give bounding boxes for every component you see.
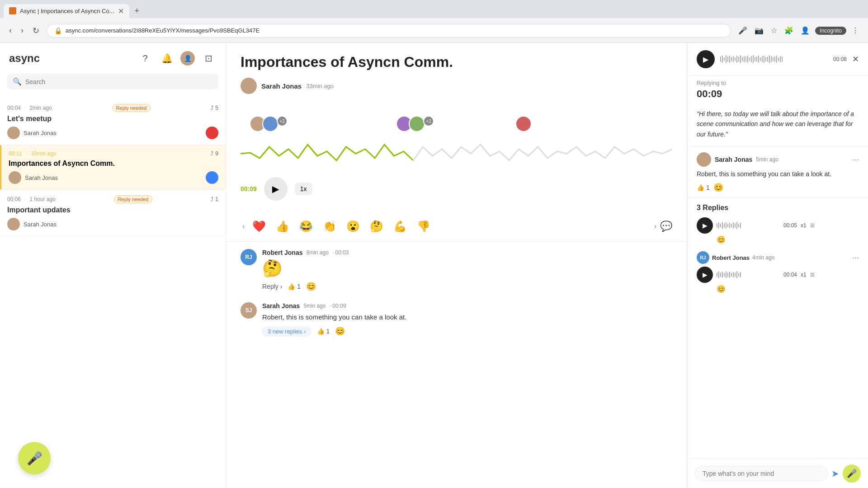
- reply-menu-button-2[interactable]: ≡: [810, 270, 815, 280]
- reply-speed: x1: [801, 222, 807, 229]
- sarah-comment-text: Robert, this is something you can take a…: [697, 169, 859, 179]
- conv-author-avatar: [7, 127, 20, 139]
- notifications-icon[interactable]: 🔔: [159, 50, 175, 66]
- speed-control[interactable]: 1x: [295, 183, 312, 195]
- comment-icon[interactable]: 💬: [660, 221, 672, 232]
- reply-duration-2: 00:04: [783, 272, 797, 278]
- svg-rect-24: [764, 56, 764, 63]
- conversation-item[interactable]: 00:06 · 1 hour ago Reply needed ⤴ 1 Impo…: [0, 190, 226, 236]
- message-actions: 3 new replies › 👍 1 😊: [262, 326, 672, 337]
- react-button[interactable]: 😊: [306, 282, 316, 291]
- conv-author-avatar: [7, 218, 20, 230]
- emoji-scroll: ❤️ 👍 😂 👏 😮 🤔 💪 👎: [248, 217, 650, 236]
- svg-rect-8: [735, 57, 736, 61]
- reply-menu-button[interactable]: ≡: [810, 221, 815, 230]
- reply-play-button-2[interactable]: ▶: [697, 267, 713, 283]
- new-replies-button[interactable]: 3 new replies ›: [262, 326, 311, 337]
- back-button[interactable]: ‹: [7, 24, 14, 37]
- reply-button[interactable]: Reply ›: [262, 283, 282, 290]
- emoji-clap[interactable]: 👏: [319, 217, 340, 236]
- search-icon: 🔍: [13, 77, 22, 86]
- emoji-scroll-left[interactable]: ‹: [241, 221, 246, 232]
- svg-rect-19: [755, 57, 755, 61]
- more-options-button[interactable]: ···: [852, 155, 859, 164]
- reply-more-button[interactable]: ···: [852, 253, 859, 263]
- reply-react-button[interactable]: 😊: [717, 235, 726, 244]
- thumbsup-icon: 👍: [288, 283, 295, 290]
- conv-replies: ⤴ 1: [211, 196, 218, 202]
- help-icon[interactable]: ?: [137, 50, 153, 66]
- reply-play-button[interactable]: ▶: [697, 217, 713, 234]
- svg-rect-5: [729, 56, 730, 63]
- conv-time: 1 hour ago: [29, 196, 55, 202]
- user-avatar[interactable]: 👤: [180, 51, 195, 66]
- like-button[interactable]: 👍 1: [317, 328, 330, 335]
- refresh-button[interactable]: ↻: [31, 24, 41, 38]
- svg-rect-36: [718, 222, 719, 229]
- svg-rect-11: [740, 55, 741, 63]
- tab-close-button[interactable]: ✕: [118, 7, 124, 15]
- reply-wave-svg-2: [717, 270, 780, 279]
- svg-rect-31: [776, 56, 777, 63]
- svg-rect-21: [758, 56, 759, 63]
- emoji-flex[interactable]: 💪: [389, 217, 411, 236]
- mic-icon[interactable]: 🎤: [736, 24, 749, 37]
- main-play-button[interactable]: ▶: [264, 177, 288, 201]
- comment-like-button[interactable]: 👍 1: [697, 184, 710, 191]
- main-author-time: 33min ago: [306, 83, 334, 89]
- participant-avatar: [409, 116, 425, 132]
- search-input[interactable]: [25, 78, 213, 85]
- svg-rect-14: [745, 56, 746, 62]
- waveform-controls: 00:09 ▶ 1x: [241, 174, 672, 204]
- thumbsup-icon: 👍: [317, 328, 325, 335]
- svg-rect-13: [744, 56, 745, 62]
- input-area: ➤ 🎤: [688, 459, 868, 488]
- emoji-scroll-right[interactable]: ›: [652, 221, 658, 232]
- svg-rect-1: [722, 56, 723, 63]
- conv-author: Sarah Jonas: [7, 218, 57, 230]
- conv-author-name: Sarah Jonas: [24, 130, 57, 136]
- camera-off-icon[interactable]: 📷: [753, 24, 765, 37]
- emoji-wow[interactable]: 😮: [342, 217, 364, 236]
- profile-icon[interactable]: 👤: [799, 24, 811, 37]
- emoji-thumbsup[interactable]: 👍: [272, 217, 293, 236]
- url-bar[interactable]: 🔒 async.com/conversations/2I88ReXEu5YlYX…: [47, 24, 731, 38]
- tab-favicon: [9, 7, 16, 14]
- reply-play-button[interactable]: ▶: [697, 50, 715, 68]
- input-mic-button[interactable]: 🎤: [843, 465, 861, 483]
- like-button[interactable]: 👍 1: [288, 283, 301, 290]
- main-content: Importances of Asyncn Comm. Sarah Jonas …: [226, 43, 687, 488]
- reply-waveform-svg: [720, 54, 783, 65]
- comment-react-button[interactable]: 😊: [713, 183, 723, 192]
- active-tab[interactable]: Async | Importances of Asyncn Co... ✕: [4, 4, 129, 18]
- conversation-item[interactable]: 00:04 · 2min ago Reply needed ⤴ 5 Let's …: [0, 99, 226, 145]
- star-icon[interactable]: ☆: [769, 24, 779, 37]
- reply-close-button[interactable]: ✕: [852, 54, 859, 64]
- reply-item-actions: 😊: [697, 235, 859, 244]
- emoji-laugh[interactable]: 😂: [295, 217, 317, 236]
- emoji-think[interactable]: 🤔: [366, 217, 387, 236]
- conv-author: Sarah Jonas: [7, 127, 57, 139]
- waveform-container: +2 +2 00:09: [241, 108, 672, 211]
- sarah-comment: Sarah Jonas 5min ago ··· Robert, this is…: [688, 147, 868, 198]
- new-tab-button[interactable]: +: [129, 4, 145, 19]
- reply-react-button-2[interactable]: 😊: [717, 285, 726, 293]
- sidebar-toggle-icon[interactable]: ⊡: [200, 50, 217, 66]
- reply-needed-badge: Reply needed: [114, 195, 153, 203]
- conv-author-avatar: [9, 171, 21, 184]
- svg-rect-41: [727, 224, 728, 227]
- participant-avatar: [262, 116, 278, 132]
- emoji-thumbsdown[interactable]: 👎: [413, 217, 434, 236]
- record-mic-button[interactable]: 🎤: [18, 442, 51, 474]
- send-button[interactable]: ➤: [831, 468, 839, 479]
- conversation-item-active[interactable]: 00:11 · 33min ago ⤴ 9 Importances of Asy…: [0, 145, 226, 190]
- forward-button[interactable]: ›: [19, 24, 25, 37]
- menu-icon[interactable]: ⋮: [850, 24, 861, 37]
- react-button[interactable]: 😊: [335, 326, 345, 336]
- conv-replies: ⤴ 9: [211, 150, 218, 157]
- transcript: "Hi there, so today we will talk about t…: [688, 102, 868, 147]
- extensions-icon[interactable]: 🧩: [783, 24, 795, 37]
- emoji-heart[interactable]: ❤️: [248, 217, 270, 236]
- svg-rect-10: [738, 56, 739, 62]
- message-input[interactable]: [695, 466, 828, 481]
